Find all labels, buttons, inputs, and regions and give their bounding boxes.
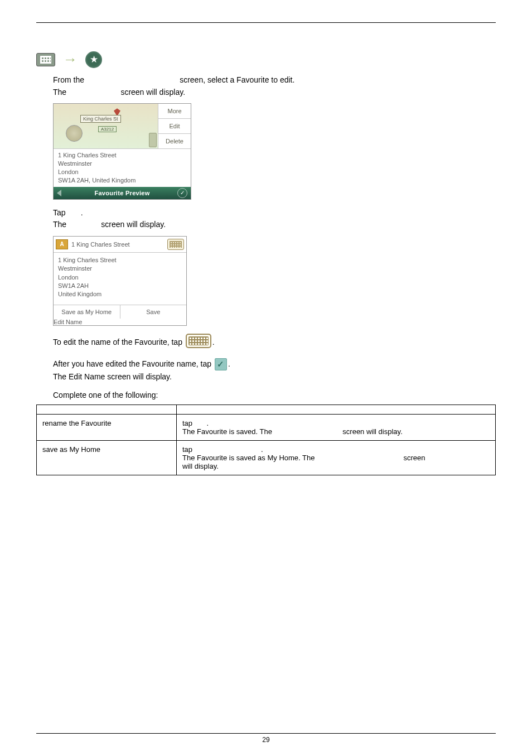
- favourite-preview-mock: King Charles St A3212 More Edit Delete 1…: [53, 103, 191, 199]
- save-as-home-button[interactable]: Save as My Home: [54, 305, 120, 319]
- more-button[interactable]: More: [158, 104, 191, 119]
- step4-line2: The Edit Name screen will display.: [36, 372, 496, 383]
- table-row: rename the Favourite tap . The Favourite…: [37, 414, 496, 440]
- step5: Complete one of the following:: [36, 390, 496, 401]
- delete-button[interactable]: Delete: [158, 134, 191, 148]
- address-line: SW1A 2AH, United Kingdom: [58, 176, 186, 185]
- check-icon: [215, 358, 227, 370]
- title-field: 1 King Charles Street: [71, 241, 164, 248]
- table-row: save as My Home tap . The Favourite is s…: [37, 440, 496, 475]
- screen-title: Favourite Preview: [67, 190, 177, 196]
- map-route-code: A3212: [98, 126, 117, 132]
- step2-line1: Tap .: [36, 208, 496, 219]
- table-header: [177, 405, 496, 414]
- map-street-label: King Charles St: [80, 115, 121, 123]
- save-button[interactable]: Save: [120, 305, 187, 319]
- arrow-right-icon: →: [63, 51, 78, 68]
- step4-line1: After you have edited the Favourite name…: [36, 358, 496, 370]
- address-line: Westminster: [58, 160, 186, 168]
- menu-grid-icon: [36, 53, 55, 66]
- map-thumbnail: King Charles St A3212: [54, 104, 158, 148]
- step3: To edit the name of the Favourite, tap .: [36, 334, 496, 348]
- table-header: [37, 405, 177, 414]
- action-name: save as My Home: [37, 440, 177, 475]
- instruction-table: rename the Favourite tap . The Favourite…: [36, 405, 496, 475]
- action-desc: tap . The Favourite is saved. The screen…: [177, 414, 496, 440]
- edit-button[interactable]: Edit: [158, 119, 191, 134]
- page-number: 29: [262, 736, 269, 744]
- keyboard-icon[interactable]: [167, 239, 184, 250]
- flag-icon: A: [56, 239, 68, 249]
- address-line: London: [58, 273, 182, 282]
- compass-icon: [66, 125, 83, 142]
- action-desc: tap . The Favourite is saved as My Home.…: [177, 440, 496, 475]
- action-name: rename the Favourite: [37, 414, 177, 440]
- confirm-icon[interactable]: ✓: [177, 188, 187, 198]
- screen-title: Edit Name: [54, 319, 186, 325]
- zoom-control-icon: [149, 133, 157, 147]
- address-line: 1 King Charles Street: [58, 256, 182, 264]
- address-line: Westminster: [58, 264, 182, 273]
- keyboard-icon: [186, 334, 211, 348]
- favourites-star-icon: ★: [85, 51, 102, 68]
- edit-name-mock: A 1 King Charles Street 1 King Charles S…: [53, 236, 187, 326]
- address-line: United Kingdom: [58, 290, 182, 298]
- address-line: London: [58, 168, 186, 176]
- address-line: SW1A 2AH: [58, 282, 182, 290]
- step2-line2: The screen will display.: [36, 219, 496, 230]
- breadcrumb-icons: → ★: [36, 51, 496, 68]
- back-icon[interactable]: [57, 190, 61, 196]
- step1-line2: The screen will display.: [36, 87, 496, 98]
- step1-line1: From the screen, select a Favourite to e…: [36, 75, 496, 86]
- address-line: 1 King Charles Street: [58, 151, 186, 160]
